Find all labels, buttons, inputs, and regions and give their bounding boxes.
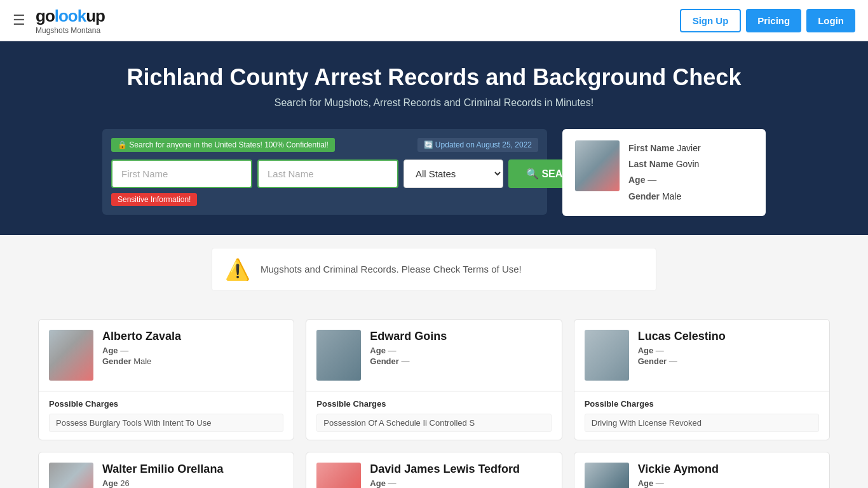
card-header: Walter Emilio Orellana Age 26 Gender — xyxy=(39,452,294,488)
gender-label: Gender xyxy=(628,191,662,201)
card-header: Alberto Zavala Age — Gender Male xyxy=(39,320,294,391)
hero-section: Richland County Arrest Records and Backg… xyxy=(0,41,868,129)
card-header: Vickie Aymond Age — Gender — xyxy=(574,452,829,488)
profile-age-row: Age — xyxy=(628,172,701,188)
card-avatar xyxy=(316,463,361,488)
card-header: Edward Goins Age — Gender — xyxy=(306,320,561,391)
card-age: Age — xyxy=(638,478,719,488)
card-header: David James Lewis Tedford Age — Gender — xyxy=(306,452,561,488)
charge-item: Possession Of A Schedule Ii Controlled S xyxy=(316,414,551,432)
record-card[interactable]: Walter Emilio Orellana Age 26 Gender — xyxy=(38,452,294,488)
card-header: Lucas Celestino Age — Gender — xyxy=(574,320,829,391)
profile-card: First Name Javier Last Name Govin Age — … xyxy=(562,129,766,216)
card-info: David James Lewis Tedford Age — Gender — xyxy=(370,463,520,488)
hero-title: Richland County Arrest Records and Backg… xyxy=(13,64,855,91)
search-section: 🔒 Search for anyone in the United States… xyxy=(0,129,868,235)
warning-text: Mugshots and Criminal Records. Please Ch… xyxy=(261,264,522,274)
logo-up: up xyxy=(86,6,105,25)
record-card[interactable]: Lucas Celestino Age — Gender — Possible … xyxy=(574,319,830,440)
sensitive-badge: Sensitive Information! xyxy=(111,193,197,206)
pricing-button[interactable]: Pricing xyxy=(746,9,801,32)
charges-title: Possible Charges xyxy=(585,399,819,409)
warning-bar: ⚠️ Mugshots and Criminal Records. Please… xyxy=(212,248,656,291)
age-value: — xyxy=(648,175,656,185)
charges-title: Possible Charges xyxy=(316,399,551,409)
first-name-value: Javier xyxy=(677,143,700,153)
charge-item: Driving With License Revoked xyxy=(585,414,819,432)
logo-go: go xyxy=(36,6,55,25)
confidential-badge: 🔒 Search for anyone in the United States… xyxy=(111,138,335,152)
gender-value: Male xyxy=(662,191,681,201)
charges-title: Possible Charges xyxy=(49,399,283,409)
first-name-label: First Name xyxy=(628,143,677,153)
card-gender: Gender — xyxy=(370,356,447,366)
profile-first-name-row: First Name Javier xyxy=(628,140,701,156)
card-charges: Possible Charges Possession Of A Schedul… xyxy=(306,391,561,440)
updated-badge: 🔄 Updated on August 25, 2022 xyxy=(417,138,538,152)
login-button[interactable]: Login xyxy=(806,9,855,32)
hero-subtitle: Search for Mugshots, Arrest Records and … xyxy=(13,97,855,109)
record-card[interactable]: Edward Goins Age — Gender — Possible Cha… xyxy=(306,319,562,440)
card-age: Age 26 xyxy=(102,478,223,488)
first-name-input[interactable] xyxy=(111,159,252,188)
card-age: Age — xyxy=(638,346,726,355)
last-name-value: Govin xyxy=(676,159,700,169)
age-label: Age xyxy=(628,175,648,185)
search-row: All StatesAlabamaAlaskaArizonaArkansasCa… xyxy=(111,159,538,188)
card-info: Edward Goins Age — Gender — xyxy=(370,330,447,367)
cards-section: Alberto Zavala Age — Gender Male Possibl… xyxy=(0,304,868,488)
profile-gender-row: Gender Male xyxy=(628,189,701,205)
last-name-input[interactable] xyxy=(257,159,398,188)
card-avatar xyxy=(585,330,629,381)
logo-look: look xyxy=(55,6,86,25)
hamburger-menu-icon[interactable]: ☰ xyxy=(13,12,25,29)
warning-section: ⚠️ Mugshots and Criminal Records. Please… xyxy=(0,235,868,304)
profile-avatar xyxy=(575,140,620,191)
warning-icon: ⚠️ xyxy=(225,257,250,281)
card-name: Edward Goins xyxy=(370,330,447,343)
card-avatar xyxy=(49,330,93,381)
card-info: Alberto Zavala Age — Gender Male xyxy=(102,330,181,367)
card-info: Lucas Celestino Age — Gender — xyxy=(638,330,726,367)
signup-button[interactable]: Sign Up xyxy=(680,9,742,32)
record-card[interactable]: David James Lewis Tedford Age — Gender — xyxy=(306,452,562,488)
card-age: Age — xyxy=(370,478,520,488)
header-right: Sign Up Pricing Login xyxy=(680,9,855,32)
profile-last-name-row: Last Name Govin xyxy=(628,156,701,172)
card-name: Vickie Aymond xyxy=(638,463,719,476)
cards-grid: Alberto Zavala Age — Gender Male Possibl… xyxy=(38,319,830,488)
logo[interactable]: golookup Mugshots Montana xyxy=(36,6,105,35)
card-gender: Gender — xyxy=(638,356,726,366)
search-box: 🔒 Search for anyone in the United States… xyxy=(102,129,547,215)
header: ☰ golookup Mugshots Montana Sign Up Pric… xyxy=(0,0,868,41)
card-name: David James Lewis Tedford xyxy=(370,463,520,476)
card-avatar xyxy=(316,330,361,381)
card-name: Lucas Celestino xyxy=(638,330,726,343)
charge-item: Possess Burglary Tools With Intent To Us… xyxy=(49,414,283,432)
profile-info: First Name Javier Last Name Govin Age — … xyxy=(628,140,701,205)
record-card[interactable]: Alberto Zavala Age — Gender Male Possibl… xyxy=(38,319,294,440)
card-age: Age — xyxy=(370,346,447,355)
card-charges: Possible Charges Driving With License Re… xyxy=(574,391,829,440)
card-info: Walter Emilio Orellana Age 26 Gender — xyxy=(102,463,223,488)
card-name: Alberto Zavala xyxy=(102,330,181,343)
state-select[interactable]: All StatesAlabamaAlaskaArizonaArkansasCa… xyxy=(403,159,503,188)
last-name-label: Last Name xyxy=(628,159,676,169)
record-card[interactable]: Vickie Aymond Age — Gender — xyxy=(574,452,830,488)
logo-text: golookup xyxy=(36,6,105,26)
header-left: ☰ golookup Mugshots Montana xyxy=(13,6,105,35)
card-charges: Possible Charges Possess Burglary Tools … xyxy=(39,391,294,440)
card-gender: Gender Male xyxy=(102,356,181,366)
card-avatar xyxy=(585,463,629,488)
card-name: Walter Emilio Orellana xyxy=(102,463,223,476)
card-avatar xyxy=(49,463,93,488)
card-age: Age — xyxy=(102,346,181,355)
logo-subtitle: Mugshots Montana xyxy=(36,26,100,35)
card-info: Vickie Aymond Age — Gender — xyxy=(638,463,719,488)
